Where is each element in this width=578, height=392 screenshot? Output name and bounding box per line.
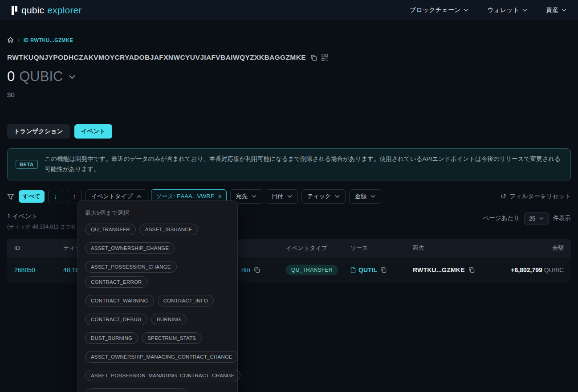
chevron-down-icon xyxy=(287,195,292,198)
event-type-option[interactable]: ASSET_ISSUANCE xyxy=(139,224,198,235)
qr-code-button[interactable] xyxy=(322,54,328,61)
copy-destination-button[interactable] xyxy=(468,267,475,273)
chevron-down-icon xyxy=(370,195,375,198)
filter-label: 宛先 xyxy=(236,192,248,200)
event-type-option[interactable]: ASSET_OWNERSHIP_MANAGING_CONTRACT_CHANGE xyxy=(85,351,238,363)
brand-logo[interactable]: qubic explorer xyxy=(12,5,82,16)
event-type-option[interactable]: QU_TRANSFER xyxy=(85,224,136,235)
event-type-option[interactable]: ASSET_OWNERSHIP_CHANGE xyxy=(85,242,175,254)
header-source: ソース xyxy=(350,244,413,252)
balance-value: 0 xyxy=(7,69,15,85)
destination-address: RWTKU...GZMKE xyxy=(413,266,465,274)
tick-filter-button[interactable]: ティック xyxy=(301,189,346,204)
reset-label: フィルターをリセット xyxy=(509,192,571,200)
copy-icon xyxy=(310,54,317,61)
beta-text: この機能は開発中です。最近のデータのみが含まれており、本番対応版が利用可能になる… xyxy=(45,154,562,175)
event-type-option[interactable]: CONTRACT_DEBUG xyxy=(85,314,147,325)
amount-filter-button[interactable]: 金額 xyxy=(349,189,381,204)
sort-descending-button[interactable]: ↓ xyxy=(48,190,63,203)
balance-expander[interactable] xyxy=(69,73,75,81)
source-label: QUTIL xyxy=(358,266,377,274)
event-type-dropdown-panel: 最大5個まで選択 QU_TRANSFERASSET_ISSUANCEASSET_… xyxy=(77,200,238,392)
filter-label: 金額 xyxy=(355,192,366,200)
filter-funnel-icon xyxy=(7,192,14,200)
top-nav: ブロックチェーン ウォレット 資産 xyxy=(410,6,566,14)
balance-row: 0 QUBIC xyxy=(7,69,571,85)
per-page-select[interactable]: 25 xyxy=(524,212,548,225)
copy-source-button[interactable] xyxy=(380,267,387,273)
event-type-menu-options: QU_TRANSFERASSET_ISSUANCEASSET_OWNERSHIP… xyxy=(85,224,230,392)
amount-value: +6,802,799 xyxy=(511,266,542,274)
qubic-logo-icon xyxy=(12,5,17,15)
source-filter-label: ソース: EAAA...VWRF xyxy=(156,192,214,200)
event-type-option[interactable]: CONTRACT_INFO xyxy=(158,295,214,306)
filter-all-button[interactable]: すべて xyxy=(19,190,45,203)
nav-label: ブロックチェーン xyxy=(410,6,460,14)
app-header: qubic explorer ブロックチェーン ウォレット 資産 xyxy=(0,0,578,20)
per-page-value: 25 xyxy=(529,215,535,222)
copy-transaction-button[interactable] xyxy=(254,267,260,273)
qr-icon xyxy=(322,54,328,61)
event-type-option[interactable]: BURNING xyxy=(151,314,187,325)
reset-icon: ↺ xyxy=(501,193,506,200)
breadcrumb-current-id: ID RWTKU...GZMKE xyxy=(24,37,73,43)
breadcrumb-separator: / xyxy=(18,37,20,43)
nav-item-assets[interactable]: 資産 xyxy=(546,6,566,14)
event-id-link[interactable]: 268050 xyxy=(14,266,35,274)
copy-icon xyxy=(380,267,387,273)
chevron-down-icon xyxy=(562,8,566,12)
header-amount: 金額 xyxy=(491,244,564,252)
event-type-option[interactable]: ASSET_POSSESSION_MANAGING_CONTRACT_CHANG… xyxy=(85,370,240,381)
balance-currency: QUBIC xyxy=(19,69,63,85)
tab-bar: トランザクション イベント xyxy=(7,124,571,139)
header-event-type: イベントタイプ xyxy=(286,244,350,252)
event-type-option[interactable]: CONTRACT_WARNING xyxy=(85,295,154,306)
brand-suffix: explorer xyxy=(47,5,81,16)
chevron-down-icon xyxy=(69,75,75,79)
filter-label: 日付 xyxy=(272,192,283,200)
filter-label: イベントタイプ xyxy=(91,192,133,200)
usd-value: $0 xyxy=(7,91,571,98)
per-page-suffix: 件表示 xyxy=(553,214,571,222)
event-type-badge: QU_TRANSFER xyxy=(286,265,338,275)
contract-file-icon xyxy=(350,267,356,273)
header-id: ID xyxy=(14,245,63,251)
event-type-option[interactable]: SPECTRUM_STATS xyxy=(142,332,202,344)
event-type-option[interactable]: DUST_BURNING xyxy=(85,332,138,344)
remove-source-filter-button[interactable]: × xyxy=(218,193,222,200)
chevron-up-icon xyxy=(137,195,142,198)
date-filter-button[interactable]: 日付 xyxy=(266,189,298,204)
brand-name: qubic xyxy=(21,5,44,16)
nav-label: 資産 xyxy=(546,6,558,14)
filter-label: ティック xyxy=(307,192,331,200)
copy-icon xyxy=(254,267,260,273)
header-destination: 宛先 xyxy=(413,244,491,252)
chevron-down-icon xyxy=(335,195,340,198)
nav-label: ウォレット xyxy=(487,6,519,14)
reset-filters-button[interactable]: ↺ フィルターをリセット xyxy=(501,192,571,200)
amount-currency: QUBIC xyxy=(544,266,564,274)
chevron-down-icon xyxy=(522,8,527,12)
nav-item-wallet[interactable]: ウォレット xyxy=(487,6,527,14)
chevron-down-icon xyxy=(539,217,544,220)
source-link[interactable]: QUTIL xyxy=(350,266,377,274)
pagination-controls: ページあたり 25 件表示 xyxy=(483,212,571,225)
copy-address-button[interactable] xyxy=(310,54,317,61)
tick-validity-note: (ティック 48,234,611 まで有 xyxy=(7,223,77,231)
chevron-down-icon xyxy=(252,195,256,198)
copy-icon xyxy=(468,267,475,273)
nav-item-blockchain[interactable]: ブロックチェーン xyxy=(410,6,468,14)
event-type-option[interactable]: CONTRACT_RESERVE_DEDUCTION xyxy=(85,388,188,392)
event-type-option[interactable]: CONTRACT_ERROR xyxy=(85,276,148,288)
transaction-link[interactable]: rtm xyxy=(241,266,250,274)
tab-events[interactable]: イベント xyxy=(74,124,112,139)
account-address: RWTKUQNJYPODHCZAKVMOYCRYADOBJAFXNWCYUVJI… xyxy=(7,53,306,61)
chevron-down-icon xyxy=(464,8,468,12)
breadcrumb: / ID RWTKU...GZMKE xyxy=(7,37,571,43)
event-type-option[interactable]: ASSET_POSSESSION_CHANGE xyxy=(85,261,177,273)
max-selection-hint: 最大5個まで選択 xyxy=(85,209,230,217)
home-icon[interactable] xyxy=(7,37,14,43)
beta-notice: BETA この機能は開発中です。最近のデータのみが含まれており、本番対応版が利用… xyxy=(7,148,571,180)
event-count: 1 イベント xyxy=(7,212,77,220)
tab-transactions[interactable]: トランザクション xyxy=(7,124,70,139)
